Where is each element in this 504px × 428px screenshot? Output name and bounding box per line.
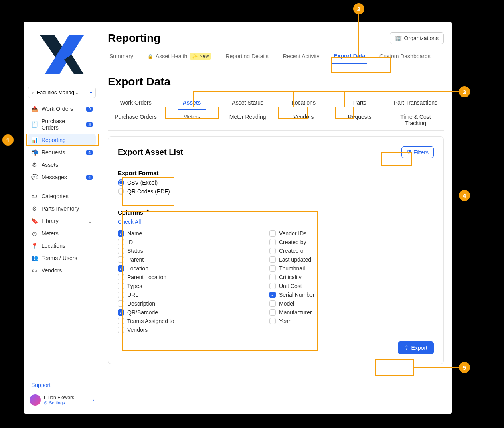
column-checkbox[interactable]: Manufacturer [269, 308, 405, 317]
format-option[interactable]: CSV (Excel) [118, 179, 434, 186]
checkbox-icon [118, 327, 124, 333]
column-checkbox[interactable]: Last updated [269, 255, 405, 264]
sidebar-item-teams-users[interactable]: 👥Teams / Users [28, 252, 96, 264]
column-checkbox[interactable]: ✓Name [118, 229, 253, 238]
sidebar-item-library[interactable]: 🔖Library⌄ [28, 215, 96, 227]
checkbox-icon [118, 300, 124, 307]
column-checkbox[interactable]: Status [118, 247, 253, 255]
column-checkbox[interactable]: Criticality [269, 273, 405, 282]
nav-icon: 🏷 [31, 193, 38, 199]
columns-section: Columns⌃ Check All ✓NameIDStatusParent✓L… [118, 203, 434, 334]
subtab-meter-reading[interactable]: Meter Reading [220, 110, 276, 130]
page-title: Reporting [108, 32, 160, 45]
sidebar-item-requests[interactable]: 📬Requests4 [28, 146, 96, 158]
subtab-vendors[interactable]: Vendors [276, 110, 332, 130]
column-checkbox[interactable]: Parent [118, 255, 253, 264]
column-checkbox[interactable]: Unit Cost [269, 282, 405, 290]
nav-icon: 💬 [31, 174, 38, 180]
radio-icon [118, 179, 124, 186]
subtab-parts[interactable]: Parts [332, 95, 387, 110]
checkbox-icon [269, 274, 276, 280]
org-selector[interactable]: ⌕ ▾ [28, 87, 96, 98]
subtab-meters[interactable]: Meters [164, 110, 219, 130]
tab-summary[interactable]: Summary [108, 53, 135, 64]
tab-asset-health[interactable]: 🔒Asset Health✨New [146, 53, 213, 64]
tab-export-data[interactable]: Export Data [332, 53, 367, 64]
chevron-down-icon: ▾ [90, 90, 92, 95]
sidebar-item-reporting[interactable]: 📊Reporting [28, 134, 96, 146]
sidebar-item-locations[interactable]: 📍Locations [28, 240, 96, 252]
tab-custom-dashboards[interactable]: Custom Dashboards [378, 53, 432, 64]
callout-3: 3 [459, 86, 470, 97]
user-menu[interactable]: Lillian Flowers ⚙Settings › [28, 391, 96, 409]
format-title: Export Format [118, 170, 434, 176]
column-checkbox[interactable]: Parent Location [118, 273, 253, 282]
organizations-button[interactable]: 🏢Organizations [390, 32, 444, 44]
subtab-requests[interactable]: Requests [332, 110, 387, 130]
sidebar-item-meters[interactable]: ◷Meters [28, 227, 96, 239]
column-checkbox[interactable]: Description [118, 299, 253, 308]
column-checkbox[interactable]: Model [269, 299, 405, 308]
checkbox-icon [118, 239, 124, 245]
subtab-locations[interactable]: Locations [276, 95, 332, 110]
checkbox-icon [269, 309, 276, 316]
sidebar-item-work-orders[interactable]: 📥Work Orders9 [28, 103, 96, 115]
columns-toggle[interactable]: Columns⌃ [118, 209, 434, 216]
app-logo [34, 31, 90, 79]
checkbox-icon [118, 283, 124, 289]
divider [30, 187, 94, 187]
column-checkbox[interactable]: Thumbnail [269, 264, 405, 273]
column-checkbox[interactable]: ✓Serial Number [269, 290, 405, 299]
sidebar-item-messages[interactable]: 💬Messages4 [28, 171, 96, 183]
nav-icon: 🧾 [31, 121, 38, 128]
checkbox-icon [269, 318, 276, 324]
column-checkbox[interactable]: Types [118, 282, 253, 290]
column-checkbox[interactable]: Vendors [118, 325, 253, 334]
column-checkbox[interactable]: Year [269, 317, 405, 325]
column-checkbox[interactable]: ✓Location [118, 264, 253, 273]
sidebar-item-purchase-orders[interactable]: 🧾Purchase Orders3 [28, 115, 96, 134]
subtab-assets[interactable]: Assets [164, 95, 219, 110]
support-link[interactable]: Support [28, 379, 96, 391]
user-name: Lillian Flowers [44, 395, 89, 400]
checkbox-icon: ✓ [118, 230, 124, 237]
org-input[interactable] [37, 89, 87, 95]
sidebar-item-vendors[interactable]: 🗂Vendors [28, 264, 96, 276]
checkbox-icon [269, 230, 276, 237]
column-checkbox[interactable]: Teams Assigned to [118, 317, 253, 325]
callout-1: 1 [2, 134, 14, 146]
sidebar-item-parts-inventory[interactable]: ⚙Parts Inventory [28, 203, 96, 215]
checkbox-icon [269, 283, 276, 289]
badge: 3 [86, 122, 93, 127]
column-checkbox[interactable]: Created by [269, 238, 405, 247]
export-card: Export Asset List ⧩Filters Export Format… [108, 136, 444, 364]
checkbox-icon [269, 239, 276, 245]
column-checkbox[interactable]: ID [118, 238, 253, 247]
subtab-part-transactions[interactable]: Part Transactions [387, 95, 443, 110]
subtab-purchase-orders[interactable]: Purchase Orders [108, 110, 164, 130]
lock-icon: 🔒 [148, 54, 153, 59]
chevron-right-icon: › [93, 397, 94, 403]
checkbox-icon: ✓ [118, 265, 124, 272]
export-button[interactable]: ⇪Export [398, 341, 434, 354]
column-checkbox[interactable]: ✓QR/Barcode [118, 308, 253, 317]
column-checkbox[interactable]: URL [118, 290, 253, 299]
tab-recent-activity[interactable]: Recent Activity [281, 53, 321, 64]
checkbox-icon [118, 274, 124, 280]
sidebar-item-categories[interactable]: 🏷Categories [28, 190, 96, 202]
format-option[interactable]: QR Codes (PDF) [118, 188, 434, 195]
check-all-link[interactable]: Check All [118, 219, 141, 225]
badge: 9 [86, 107, 93, 112]
filters-button[interactable]: ⧩Filters [401, 146, 434, 158]
sidebar-item-assets[interactable]: ⚙Assets [28, 159, 96, 171]
tab-reporting-details[interactable]: Reporting Details [224, 53, 270, 64]
user-settings-link[interactable]: ⚙Settings [44, 400, 89, 406]
nav-icon: 🔖 [31, 218, 38, 224]
subtab-work-orders[interactable]: Work Orders [108, 95, 164, 110]
subtab-asset-status[interactable]: Asset Status [220, 95, 276, 110]
filter-icon: ⧩ [407, 149, 411, 156]
column-checkbox[interactable]: Created on [269, 247, 405, 255]
subtab-time-cost-tracking[interactable]: Time & Cost Tracking [387, 110, 443, 130]
sidebar: ⌕ ▾ 📥Work Orders9🧾Purchase Orders3📊Repor… [24, 22, 100, 414]
column-checkbox[interactable]: Vendor IDs [269, 229, 405, 238]
